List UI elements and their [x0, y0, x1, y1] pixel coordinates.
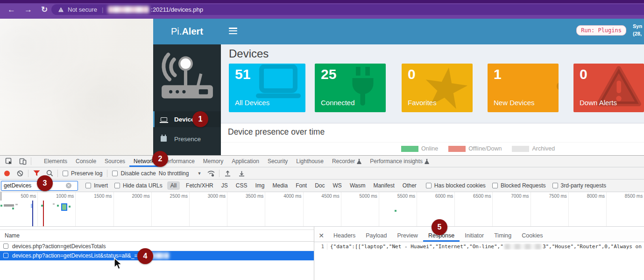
checkbox-icon[interactable]: [112, 171, 118, 176]
annotation-badge-5: 5: [432, 219, 447, 235]
checkbox-icon[interactable]: [3, 253, 8, 258]
sidebar-item-devices[interactable]: Devices: [153, 111, 221, 127]
close-icon[interactable]: ✕: [314, 232, 328, 239]
timeline-tick: 6500 ms: [455, 192, 493, 227]
filter-type-other[interactable]: Other: [401, 181, 418, 190]
network-filter-bar: ✕ Invert Hide data URLs AllFetch/XHRJSCS…: [0, 179, 644, 192]
device-toolbar-icon[interactable]: [18, 157, 28, 166]
tab-application[interactable]: Application: [227, 156, 263, 167]
checkbox-icon[interactable]: [552, 183, 558, 188]
timeline-tick: 7000 ms: [493, 192, 531, 227]
plus-icon: [554, 65, 557, 73]
tab-elements[interactable]: Elements: [40, 156, 71, 167]
not-secure-label: Not secure: [68, 6, 97, 13]
filter-input[interactable]: [1, 182, 66, 189]
run-plugins-button[interactable]: Run: Plugins: [576, 25, 626, 36]
record-icon[interactable]: [2, 169, 12, 178]
tab-recorder[interactable]: Recorder: [328, 156, 366, 167]
tab-lighthouse[interactable]: Lighthouse: [292, 156, 328, 167]
address-bar[interactable]: Not secure | :20211/devices.php: [51, 4, 644, 15]
checkbox-icon[interactable]: [3, 244, 8, 249]
domcontentloaded-line: [32, 201, 33, 227]
legend-label: Offline/Down: [468, 145, 502, 152]
tab-performance-insights[interactable]: Performance insights: [366, 156, 433, 167]
request-row[interactable]: devices.php?action=getDevicesList&status…: [0, 251, 314, 260]
summary-card-all-devices[interactable]: 51All Devices: [229, 64, 305, 112]
card-value: 51: [235, 66, 250, 82]
filter-type-doc[interactable]: Doc: [313, 181, 326, 190]
browser-chrome: ← → ↻ Not secure | :20211/devices.php: [0, 0, 644, 19]
summary-card-down-alerts[interactable]: 0Down Alerts: [573, 64, 644, 112]
tab-sources[interactable]: Sources: [100, 156, 129, 167]
tab-label: Memory: [203, 158, 223, 165]
filter-type-manifest[interactable]: Manifest: [371, 181, 396, 190]
filter-checkbox-3rd-party-requests[interactable]: 3rd-party requests: [552, 182, 606, 189]
filter-type-ws[interactable]: WS: [331, 181, 344, 190]
card-label: New Devices: [494, 99, 535, 107]
detail-tab-payload[interactable]: Payload: [361, 230, 392, 242]
card-value: 1: [494, 66, 502, 82]
filter-type-fetch-xhr[interactable]: Fetch/XHR: [184, 181, 215, 190]
filter-checkbox-has-blocked-cookies[interactable]: Has blocked cookies: [426, 182, 486, 189]
detail-tab-preview[interactable]: Preview: [392, 230, 423, 242]
reload-icon[interactable]: ↻: [41, 6, 48, 14]
filter-checkbox-blocked-requests[interactable]: Blocked Requests: [492, 182, 546, 189]
preserve-log-checkbox[interactable]: Preserve log: [63, 170, 102, 177]
filter-type-all[interactable]: All: [167, 181, 180, 190]
redacted-host: [108, 6, 149, 13]
presence-panel-title: Device presence over time: [228, 127, 325, 137]
network-conditions-icon[interactable]: [206, 169, 216, 178]
clear-icon[interactable]: [15, 169, 25, 178]
export-har-icon[interactable]: [236, 169, 247, 178]
tab-label: Security: [268, 158, 288, 165]
inspect-icon[interactable]: [4, 157, 14, 166]
detail-tab-timing[interactable]: Timing: [489, 230, 517, 242]
network-overview-timeline[interactable]: 500 ms1000 ms1500 ms2000 ms2500 ms3000 m…: [0, 192, 644, 227]
tab-console[interactable]: Console: [71, 156, 100, 167]
timeline-ticks: 500 ms1000 ms1500 ms2000 ms2500 ms3000 m…: [0, 192, 644, 227]
hide-data-urls-checkbox[interactable]: Hide data URLs: [114, 182, 163, 189]
detail-tab-headers[interactable]: Headers: [328, 230, 361, 242]
summary-card-new-devices[interactable]: 1New Devices: [488, 64, 559, 112]
tab-memory[interactable]: Memory: [199, 156, 227, 167]
clear-filter-icon[interactable]: ✕: [66, 183, 71, 188]
laptop-icon: [253, 65, 304, 103]
detail-tab-initiator[interactable]: Initiator: [460, 230, 489, 242]
filter-type-wasm[interactable]: Wasm: [348, 181, 368, 190]
import-har-icon[interactable]: [222, 169, 233, 178]
filter-type-media[interactable]: Media: [270, 181, 290, 190]
summary-card-connected[interactable]: 25Connected: [315, 64, 386, 112]
filter-type-img[interactable]: Img: [253, 181, 266, 190]
card-value: 0: [580, 66, 587, 82]
checkbox-icon[interactable]: [492, 183, 498, 188]
requests-name-header[interactable]: Name: [0, 230, 314, 242]
back-icon[interactable]: ←: [7, 6, 15, 14]
filter-type-css[interactable]: CSS: [234, 181, 249, 190]
forward-icon[interactable]: →: [24, 6, 32, 14]
divider: [57, 170, 58, 177]
checkbox-icon[interactable]: [85, 183, 91, 188]
filter-type-font[interactable]: Font: [294, 181, 309, 190]
annotation-badge-3: 3: [37, 175, 53, 191]
type-filters: AllFetch/XHRJSCSSImgMediaFontDocWSWasmMa…: [167, 181, 418, 190]
filter-type-js[interactable]: JS: [219, 181, 230, 190]
page-title: Devices: [229, 47, 269, 60]
response-text: {"data":[["laptop","Net - Huawei","Inter…: [327, 244, 642, 250]
throttling-select[interactable]: No throttling ▼: [159, 170, 202, 177]
request-row[interactable]: devices.php?action=getDevicesTotals: [0, 242, 314, 251]
timeline-tick: 1500 ms: [76, 192, 113, 227]
sidebar-item-presence[interactable]: Presence: [153, 131, 221, 147]
summary-card-favorites[interactable]: 0★Favorites: [402, 64, 473, 112]
app-logo[interactable]: Pi.Alert: [153, 19, 221, 44]
sidebar-menu: DevicesPresence: [153, 111, 221, 151]
legend-item-archived: Archived: [512, 145, 555, 152]
hamburger-icon[interactable]: [229, 28, 238, 35]
checkbox-icon[interactable]: [63, 171, 68, 176]
router-logo: [157, 48, 217, 109]
checkbox-icon[interactable]: [114, 183, 120, 188]
tab-security[interactable]: Security: [263, 156, 292, 167]
invert-checkbox[interactable]: Invert: [85, 182, 108, 189]
detail-tab-cookies[interactable]: Cookies: [517, 230, 548, 242]
disable-cache-checkbox[interactable]: Disable cache: [112, 170, 156, 177]
checkbox-icon[interactable]: [426, 183, 432, 188]
